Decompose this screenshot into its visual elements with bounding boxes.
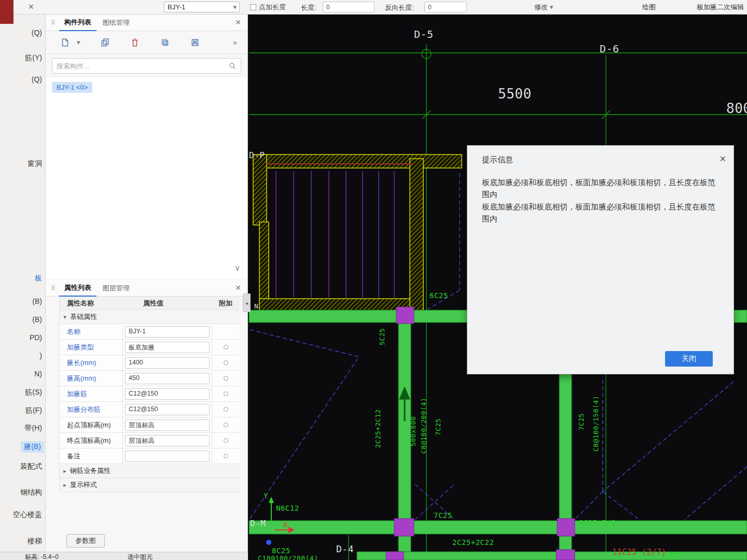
property-value-input[interactable]: C12@150	[125, 388, 210, 400]
property-value-input[interactable]: 1400	[125, 357, 210, 369]
sidebar-item[interactable]: 板	[35, 274, 42, 283]
delete-icon[interactable]	[130, 37, 141, 48]
attach-toggle[interactable]	[224, 360, 228, 365]
status-bar: 标高: -5.4~0 选中图元	[0, 552, 248, 560]
tab-drawing-management[interactable]: 图纸管理	[98, 15, 135, 31]
property-panel: ⠿ 属性列表 图层管理 ✕ 属性名称 属性值 附加 ▾基础属性名称BJY-1加腋…	[46, 280, 247, 560]
sidebar-item[interactable]: 楼梯	[27, 537, 42, 546]
tab-property-list[interactable]: 属性列表	[59, 280, 96, 297]
sidebar-item[interactable]: 窗洞	[27, 159, 42, 169]
property-value-cell	[122, 449, 212, 464]
save-component-icon[interactable]	[190, 37, 201, 48]
point-add-length-checkbox[interactable]: 点加长度	[250, 3, 286, 12]
attach-toggle[interactable]	[224, 345, 228, 349]
property-extra-cell	[212, 376, 239, 381]
property-value-input[interactable]: BJY-1	[125, 326, 210, 338]
length-input[interactable]	[323, 2, 375, 12]
property-value-cell: 板底加腋	[122, 340, 212, 355]
component-type-dropdown[interactable]: BJY-1 ▾	[164, 2, 240, 12]
sidebar-item[interactable]: 筋(S)	[25, 388, 42, 397]
chevron-down-icon: ▾	[233, 3, 237, 11]
list-item[interactable]: BJY-1 <0>	[52, 82, 92, 93]
expand-icon[interactable]: ▸	[62, 482, 68, 488]
dialog-close-icon[interactable]: ✕	[720, 154, 726, 164]
close-icon[interactable]: ✕	[235, 18, 241, 26]
left-panel: ⠿ 构件列表 图纸管理 ✕ ▾	[46, 15, 248, 560]
close-icon[interactable]: ✕	[235, 284, 241, 292]
col-property-name: 属性名称	[60, 299, 122, 308]
dialog-close-button[interactable]: 关闭	[665, 351, 713, 367]
attach-toggle[interactable]	[224, 438, 228, 443]
property-value-input[interactable]: 层顶标高	[125, 419, 210, 431]
sidebar-item[interactable]: 钢结构	[20, 488, 42, 497]
property-value-input[interactable]	[125, 451, 210, 462]
message-line: 板底加腋必须和板底相切，板面加腋必须和板顶相切，且长度在板范围内	[482, 201, 719, 225]
sidebar-item[interactable]: N)	[34, 370, 42, 378]
property-value-input[interactable]: 板底加腋	[125, 342, 210, 353]
top-toolbar: ✕ BJY-1 ▾ 点加长度 长度: 反向长度: 修改 ▾ 绘图 板加腋二次编辑	[0, 0, 747, 15]
tab-component-list[interactable]: 构件列表	[59, 15, 96, 31]
property-value-cell: 层顶标高	[122, 417, 212, 432]
attach-toggle[interactable]	[224, 454, 228, 458]
property-value-input[interactable]: 450	[125, 373, 210, 384]
attach-toggle[interactable]	[224, 423, 228, 427]
property-table-header: 属性名称 属性值 附加	[60, 297, 240, 310]
property-name: 腋高(mm)	[60, 374, 122, 383]
sidebar-item[interactable]: (B)	[32, 297, 42, 305]
checkbox-box[interactable]	[250, 4, 256, 10]
property-value-cell: 1400	[122, 355, 212, 370]
property-value-input[interactable]: C12@150	[125, 404, 210, 415]
chevron-down-icon[interactable]: ▾	[77, 38, 80, 46]
component-panel-header: ⠿ 构件列表 图纸管理 ✕	[46, 15, 247, 31]
collapse-icon[interactable]: ▾	[62, 314, 68, 320]
section-label: 基础属性	[70, 312, 97, 321]
sidebar-item[interactable]: 带(H)	[25, 424, 42, 433]
modify-label: 修改	[534, 3, 548, 11]
chevron-down-icon: ▾	[550, 3, 554, 11]
panel-collapse-handle[interactable]: ◂	[243, 293, 251, 312]
property-section-row[interactable]: ▾基础属性	[60, 310, 240, 324]
property-rows: ▾基础属性名称BJY-1加腋类型板底加腋腋长(mm)1400腋高(mm)450加…	[60, 310, 240, 492]
sidebar-item[interactable]: (Q)	[32, 75, 42, 83]
selection-status: 选中图元	[128, 553, 153, 560]
property-extra-cell	[212, 345, 239, 349]
property-value-input[interactable]: 层顶标高	[125, 435, 210, 446]
duplicate-layer-icon[interactable]	[160, 37, 171, 48]
attach-toggle[interactable]	[224, 376, 228, 381]
sidebar-item[interactable]: 腋(B)	[21, 441, 44, 453]
draw-menu[interactable]: 绘图	[642, 3, 656, 12]
attach-toggle[interactable]	[224, 391, 228, 396]
sidebar-item[interactable]: 筋(Y)	[25, 53, 42, 63]
chevron-down-icon[interactable]: ∨	[234, 263, 240, 273]
property-name: 腋长(mm)	[60, 358, 122, 368]
sidebar-item[interactable]: 装配式	[20, 462, 42, 471]
property-section-row[interactable]: ▸显示样式	[60, 478, 240, 492]
attach-toggle[interactable]	[224, 407, 228, 412]
sidebar-item[interactable]: PD)	[30, 333, 42, 342]
property-value-cell: 层顶标高	[122, 433, 212, 448]
prompt-dialog: 提示信息 ✕ 板底加腋必须和板底相切，板面加腋必须和板顶相切，且长度在板范围内 …	[467, 145, 734, 374]
sidebar-item[interactable]: )	[39, 352, 42, 360]
expand-icon[interactable]: ▸	[62, 468, 68, 474]
property-value-cell: BJY-1	[122, 324, 212, 339]
modify-menu[interactable]: 修改 ▾	[534, 3, 553, 12]
search-input[interactable]	[57, 62, 228, 70]
expand-panel-icon[interactable]: »	[233, 38, 237, 47]
drag-grip-icon[interactable]: ⠿	[51, 19, 55, 26]
new-component-icon[interactable]	[60, 37, 71, 48]
panel-close-icon[interactable]: ✕	[28, 3, 34, 11]
reverse-length-input[interactable]	[424, 2, 467, 12]
sidebar-item[interactable]: 空心楼盖	[13, 510, 42, 520]
dialog-message: 板底加腋必须和板底相切，板面加腋必须和板顶相切，且长度在板范围内 板底加腋必须和…	[467, 165, 734, 225]
property-section-row[interactable]: ▸钢筋业务属性	[60, 464, 240, 478]
property-extra-cell	[212, 423, 239, 427]
sidebar-item[interactable]: 筋(F)	[25, 406, 42, 415]
property-row: 备注	[60, 449, 240, 464]
copy-icon[interactable]	[100, 37, 110, 48]
sidebar-item[interactable]: (Q)	[32, 29, 42, 37]
sidebar-item[interactable]: (B)	[32, 315, 42, 324]
tab-layer-management[interactable]: 图层管理	[98, 281, 135, 296]
parameter-diagram-button[interactable]: 参数图	[66, 534, 105, 548]
drag-grip-icon[interactable]: ⠿	[51, 285, 55, 292]
property-row: 终点顶标高(m)层顶标高	[60, 433, 240, 449]
